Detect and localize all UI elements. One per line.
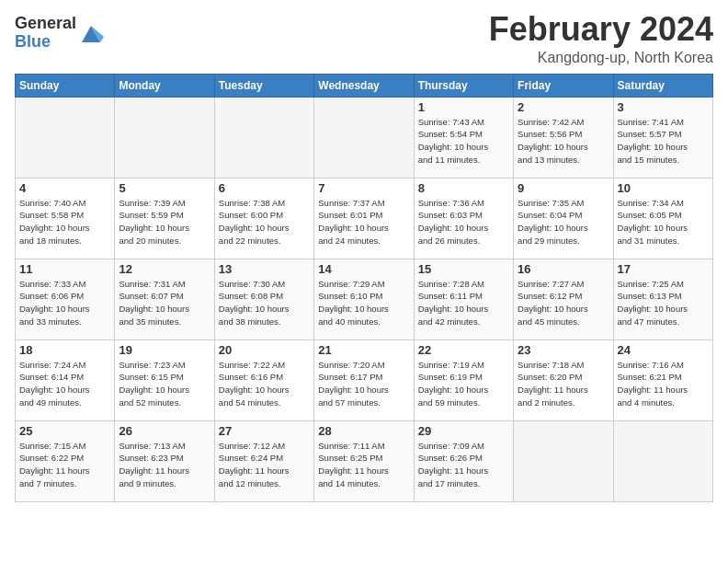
day-number: 9 bbox=[518, 181, 609, 195]
calendar-cell: 27Sunrise: 7:12 AMSunset: 6:24 PMDayligh… bbox=[214, 420, 313, 501]
calendar-cell bbox=[214, 97, 313, 178]
day-number: 19 bbox=[119, 343, 210, 357]
header: General Blue February 2024 Kangdong-up, … bbox=[15, 11, 713, 66]
calendar-cell bbox=[613, 420, 712, 501]
calendar-cell: 9Sunrise: 7:35 AMSunset: 6:04 PMDaylight… bbox=[514, 178, 613, 259]
logo-general: General bbox=[15, 15, 76, 33]
day-info: Sunrise: 7:23 AMSunset: 6:15 PMDaylight:… bbox=[119, 359, 210, 409]
calendar-cell: 14Sunrise: 7:29 AMSunset: 6:10 PMDayligh… bbox=[314, 259, 414, 339]
calendar-cell: 25Sunrise: 7:15 AMSunset: 6:22 PMDayligh… bbox=[16, 420, 115, 501]
calendar-cell: 21Sunrise: 7:20 AMSunset: 6:17 PMDayligh… bbox=[314, 339, 414, 420]
day-number: 29 bbox=[418, 424, 509, 438]
day-info: Sunrise: 7:18 AMSunset: 6:20 PMDaylight:… bbox=[518, 359, 609, 409]
day-number: 14 bbox=[318, 262, 409, 276]
day-number: 2 bbox=[518, 100, 609, 114]
calendar-cell: 16Sunrise: 7:27 AMSunset: 6:12 PMDayligh… bbox=[514, 259, 613, 339]
calendar-cell bbox=[514, 420, 613, 501]
calendar-cell: 8Sunrise: 7:36 AMSunset: 6:03 PMDaylight… bbox=[414, 178, 513, 259]
calendar-cell: 29Sunrise: 7:09 AMSunset: 6:26 PMDayligh… bbox=[414, 420, 513, 501]
day-info: Sunrise: 7:37 AMSunset: 6:01 PMDaylight:… bbox=[318, 197, 409, 247]
calendar-cell: 10Sunrise: 7:34 AMSunset: 6:05 PMDayligh… bbox=[613, 178, 712, 259]
calendar-cell: 22Sunrise: 7:19 AMSunset: 6:19 PMDayligh… bbox=[414, 339, 513, 420]
title-block: February 2024 Kangdong-up, North Korea bbox=[489, 11, 713, 66]
calendar-cell: 20Sunrise: 7:22 AMSunset: 6:16 PMDayligh… bbox=[214, 339, 313, 420]
logo: General Blue bbox=[15, 15, 104, 52]
day-info: Sunrise: 7:13 AMSunset: 6:23 PMDaylight:… bbox=[119, 440, 210, 490]
day-info: Sunrise: 7:35 AMSunset: 6:04 PMDaylight:… bbox=[518, 197, 609, 247]
day-info: Sunrise: 7:39 AMSunset: 5:59 PMDaylight:… bbox=[119, 197, 210, 247]
day-number: 3 bbox=[618, 100, 709, 114]
calendar-cell: 12Sunrise: 7:31 AMSunset: 6:07 PMDayligh… bbox=[115, 259, 214, 339]
day-number: 26 bbox=[119, 424, 210, 438]
day-info: Sunrise: 7:42 AMSunset: 5:56 PMDaylight:… bbox=[518, 116, 609, 167]
calendar-cell: 18Sunrise: 7:24 AMSunset: 6:14 PMDayligh… bbox=[16, 339, 115, 420]
main-title: February 2024 bbox=[489, 11, 713, 48]
calendar-cell bbox=[314, 97, 414, 178]
day-info: Sunrise: 7:41 AMSunset: 5:57 PMDaylight:… bbox=[618, 116, 709, 167]
day-info: Sunrise: 7:15 AMSunset: 6:22 PMDaylight:… bbox=[19, 440, 110, 490]
calendar-cell: 3Sunrise: 7:41 AMSunset: 5:57 PMDaylight… bbox=[613, 97, 712, 178]
day-info: Sunrise: 7:36 AMSunset: 6:03 PMDaylight:… bbox=[418, 197, 509, 247]
day-number: 27 bbox=[219, 424, 310, 438]
day-number: 4 bbox=[19, 181, 110, 195]
day-number: 22 bbox=[418, 343, 509, 357]
calendar-cell: 11Sunrise: 7:33 AMSunset: 6:06 PMDayligh… bbox=[16, 259, 115, 339]
calendar-cell: 17Sunrise: 7:25 AMSunset: 6:13 PMDayligh… bbox=[613, 259, 712, 339]
day-info: Sunrise: 7:38 AMSunset: 6:00 PMDaylight:… bbox=[219, 197, 310, 247]
calendar-cell: 6Sunrise: 7:38 AMSunset: 6:00 PMDaylight… bbox=[214, 178, 313, 259]
day-info: Sunrise: 7:19 AMSunset: 6:19 PMDaylight:… bbox=[418, 359, 509, 409]
day-info: Sunrise: 7:29 AMSunset: 6:10 PMDaylight:… bbox=[318, 278, 409, 328]
day-number: 21 bbox=[318, 343, 409, 357]
day-number: 13 bbox=[219, 262, 310, 276]
day-info: Sunrise: 7:22 AMSunset: 6:16 PMDaylight:… bbox=[219, 359, 310, 409]
day-info: Sunrise: 7:20 AMSunset: 6:17 PMDaylight:… bbox=[318, 359, 409, 409]
day-info: Sunrise: 7:16 AMSunset: 6:21 PMDaylight:… bbox=[618, 359, 709, 409]
day-info: Sunrise: 7:34 AMSunset: 6:05 PMDaylight:… bbox=[618, 197, 709, 247]
calendar-cell: 5Sunrise: 7:39 AMSunset: 5:59 PMDaylight… bbox=[115, 178, 214, 259]
logo-blue: Blue bbox=[15, 33, 76, 52]
day-number: 5 bbox=[119, 181, 210, 195]
subtitle: Kangdong-up, North Korea bbox=[489, 50, 713, 66]
weekday-header-wednesday: Wednesday bbox=[314, 74, 414, 97]
day-info: Sunrise: 7:12 AMSunset: 6:24 PMDaylight:… bbox=[219, 440, 310, 490]
day-number: 16 bbox=[518, 262, 609, 276]
calendar-cell: 15Sunrise: 7:28 AMSunset: 6:11 PMDayligh… bbox=[414, 259, 513, 339]
calendar-cell: 28Sunrise: 7:11 AMSunset: 6:25 PMDayligh… bbox=[314, 420, 414, 501]
calendar-cell: 4Sunrise: 7:40 AMSunset: 5:58 PMDaylight… bbox=[16, 178, 115, 259]
calendar-table: SundayMondayTuesdayWednesdayThursdayFrid… bbox=[15, 74, 713, 502]
calendar-cell: 13Sunrise: 7:30 AMSunset: 6:08 PMDayligh… bbox=[214, 259, 313, 339]
day-number: 11 bbox=[19, 262, 110, 276]
day-number: 24 bbox=[618, 343, 709, 357]
logo-icon bbox=[78, 20, 104, 46]
weekday-header-monday: Monday bbox=[115, 74, 214, 97]
calendar-cell: 19Sunrise: 7:23 AMSunset: 6:15 PMDayligh… bbox=[115, 339, 214, 420]
day-number: 12 bbox=[119, 262, 210, 276]
day-info: Sunrise: 7:30 AMSunset: 6:08 PMDaylight:… bbox=[219, 278, 310, 328]
day-info: Sunrise: 7:24 AMSunset: 6:14 PMDaylight:… bbox=[19, 359, 110, 409]
day-number: 28 bbox=[318, 424, 409, 438]
weekday-header-friday: Friday bbox=[514, 74, 613, 97]
day-info: Sunrise: 7:11 AMSunset: 6:25 PMDaylight:… bbox=[318, 440, 409, 490]
calendar-cell: 7Sunrise: 7:37 AMSunset: 6:01 PMDaylight… bbox=[314, 178, 414, 259]
day-info: Sunrise: 7:25 AMSunset: 6:13 PMDaylight:… bbox=[618, 278, 709, 328]
calendar-cell bbox=[16, 97, 115, 178]
calendar-cell: 1Sunrise: 7:43 AMSunset: 5:54 PMDaylight… bbox=[414, 97, 513, 178]
calendar-week-row: 11Sunrise: 7:33 AMSunset: 6:06 PMDayligh… bbox=[16, 259, 713, 339]
day-number: 6 bbox=[219, 181, 310, 195]
day-number: 7 bbox=[318, 181, 409, 195]
calendar-cell: 23Sunrise: 7:18 AMSunset: 6:20 PMDayligh… bbox=[514, 339, 613, 420]
calendar-week-row: 18Sunrise: 7:24 AMSunset: 6:14 PMDayligh… bbox=[16, 339, 713, 420]
day-number: 10 bbox=[618, 181, 709, 195]
weekday-header-thursday: Thursday bbox=[414, 74, 513, 97]
calendar-cell bbox=[115, 97, 214, 178]
day-info: Sunrise: 7:31 AMSunset: 6:07 PMDaylight:… bbox=[119, 278, 210, 328]
calendar-cell: 26Sunrise: 7:13 AMSunset: 6:23 PMDayligh… bbox=[115, 420, 214, 501]
calendar-week-row: 25Sunrise: 7:15 AMSunset: 6:22 PMDayligh… bbox=[16, 420, 713, 501]
day-number: 8 bbox=[418, 181, 509, 195]
day-info: Sunrise: 7:28 AMSunset: 6:11 PMDaylight:… bbox=[418, 278, 509, 328]
calendar-week-row: 1Sunrise: 7:43 AMSunset: 5:54 PMDaylight… bbox=[16, 97, 713, 178]
day-number: 15 bbox=[418, 262, 509, 276]
weekday-header-sunday: Sunday bbox=[16, 74, 115, 97]
day-number: 17 bbox=[618, 262, 709, 276]
calendar-cell: 24Sunrise: 7:16 AMSunset: 6:21 PMDayligh… bbox=[613, 339, 712, 420]
